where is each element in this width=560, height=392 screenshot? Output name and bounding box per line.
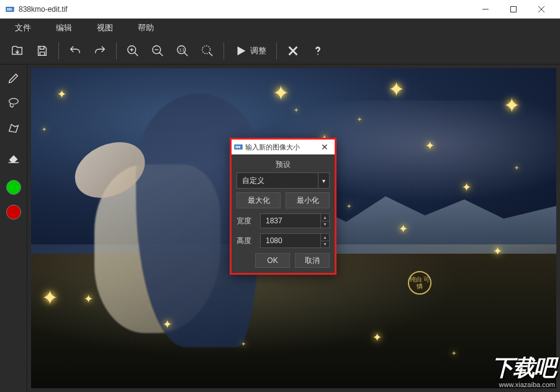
separator xyxy=(116,42,117,60)
width-spinner[interactable]: 1837 ▲ ▼ xyxy=(260,213,330,228)
separator xyxy=(2,141,24,144)
open-button[interactable] xyxy=(6,40,29,62)
width-down-icon[interactable]: ▼ xyxy=(321,221,330,229)
tool-sidebar xyxy=(0,65,27,392)
menu-help[interactable]: 帮助 xyxy=(125,19,166,37)
svg-point-23 xyxy=(9,99,19,104)
zoom-fit-button[interactable] xyxy=(196,40,219,62)
separator xyxy=(2,171,24,174)
svg-rect-26 xyxy=(236,146,237,148)
color-swatch-green xyxy=(6,180,21,195)
height-up-icon[interactable]: ▲ xyxy=(321,233,330,241)
toolbar: 1:1 调整 xyxy=(0,37,560,65)
preset-select[interactable]: 自定义 ▾ xyxy=(237,172,330,189)
svg-point-18 xyxy=(202,45,210,53)
window-title: 838kmo-edit.tif xyxy=(19,5,471,14)
separator xyxy=(276,42,277,60)
separator xyxy=(58,42,59,60)
zoom-out-button[interactable] xyxy=(147,40,169,62)
undo-button[interactable] xyxy=(64,40,86,62)
svg-point-22 xyxy=(317,53,318,55)
svg-rect-27 xyxy=(237,146,238,148)
menu-edit[interactable]: 编辑 xyxy=(43,19,84,37)
dialog-titlebar[interactable]: 输入新的图像大小 ✕ xyxy=(232,140,335,154)
height-label: 高度 xyxy=(237,236,256,246)
height-value[interactable]: 1080 xyxy=(260,233,321,248)
width-value[interactable]: 1837 xyxy=(260,213,321,228)
color-swatch-red xyxy=(6,205,21,220)
width-up-icon[interactable]: ▲ xyxy=(321,213,330,221)
app-icon xyxy=(5,4,15,14)
height-down-icon[interactable]: ▼ xyxy=(321,241,330,249)
window-titlebar: 838kmo-edit.tif xyxy=(0,0,560,19)
ok-button[interactable]: OK xyxy=(255,253,290,268)
minimize-preset-button[interactable]: 最小化 xyxy=(286,192,330,208)
svg-rect-3 xyxy=(11,8,12,11)
eraser-tool[interactable] xyxy=(2,146,25,169)
save-button[interactable] xyxy=(31,40,53,62)
foreground-color[interactable] xyxy=(2,176,25,198)
minimize-button[interactable] xyxy=(471,0,499,19)
dialog-close-button[interactable]: ✕ xyxy=(317,140,332,154)
zoom-actual-button[interactable]: 1:1 xyxy=(171,40,194,62)
menu-view[interactable]: 视图 xyxy=(84,19,125,37)
cancel-tool-button[interactable] xyxy=(282,40,304,62)
preset-label: 预设 xyxy=(237,157,330,172)
svg-line-9 xyxy=(135,52,138,56)
svg-line-13 xyxy=(160,52,163,56)
separator xyxy=(224,42,224,60)
menubar: 文件 编辑 视图 帮助 xyxy=(0,19,560,37)
dialog-body: 预设 自定义 ▾ 最大化 最小化 宽度 1837 ▲ ▼ 高度 1080 xyxy=(232,154,335,273)
lasso-tool[interactable] xyxy=(2,92,25,114)
artist-badge: 纯白 可憐 xyxy=(407,270,432,295)
menu-file[interactable]: 文件 xyxy=(2,19,43,37)
svg-text:1:1: 1:1 xyxy=(179,47,185,51)
dialog-icon xyxy=(234,143,243,151)
pencil-tool[interactable] xyxy=(2,67,25,89)
cancel-button[interactable]: 取消 xyxy=(295,253,330,268)
svg-rect-28 xyxy=(239,146,240,148)
svg-rect-2 xyxy=(9,8,10,11)
zoom-in-button[interactable] xyxy=(122,40,144,62)
window-controls xyxy=(471,0,555,19)
preset-value: 自定义 xyxy=(237,172,318,189)
redo-button[interactable] xyxy=(89,40,111,62)
dialog-title: 输入新的图像大小 xyxy=(245,143,317,152)
maximize-preset-button[interactable]: 最大化 xyxy=(237,192,281,208)
svg-rect-1 xyxy=(7,8,9,11)
background-color[interactable] xyxy=(2,201,25,223)
adjust-button[interactable]: 调整 xyxy=(229,40,271,62)
polygon-tool[interactable] xyxy=(2,117,25,139)
maximize-button[interactable] xyxy=(499,0,527,19)
chevron-down-icon[interactable]: ▾ xyxy=(318,172,330,189)
width-label: 宽度 xyxy=(237,216,256,226)
help-tool-button[interactable] xyxy=(307,40,329,62)
svg-rect-5 xyxy=(510,6,516,12)
svg-line-16 xyxy=(184,52,188,56)
adjust-label: 调整 xyxy=(250,45,266,56)
svg-line-19 xyxy=(209,52,213,56)
resize-dialog: 输入新的图像大小 ✕ 预设 自定义 ▾ 最大化 最小化 宽度 1837 ▲ ▼ … xyxy=(230,138,336,275)
height-spinner[interactable]: 1080 ▲ ▼ xyxy=(260,233,330,248)
close-button[interactable] xyxy=(527,0,555,19)
